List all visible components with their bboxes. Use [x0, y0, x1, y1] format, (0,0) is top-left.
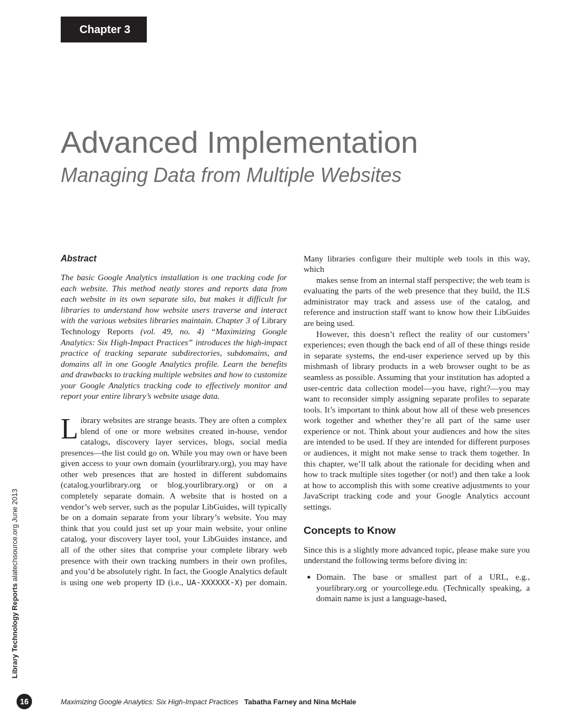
- abstract-text: The basic Google Analytics installation …: [61, 272, 287, 402]
- side-running-text: Library Technology Reports alatechsource…: [10, 489, 19, 678]
- page: Chapter 3 Advanced Implementation Managi…: [0, 0, 563, 728]
- concepts-list: Domain. The base or smallest part of a U…: [304, 571, 530, 604]
- abstract-part-2: (vol. 49, no. 4) “Maximizing Google Anal…: [61, 326, 287, 400]
- section-heading-concepts: Concepts to Know: [304, 524, 530, 537]
- abstract-heading: Abstract: [61, 253, 287, 264]
- body-paragraph-2: makes sense from an internal staff persp…: [304, 275, 530, 329]
- body-paragraph-3: However, this doesn’t reflect the realit…: [304, 329, 530, 512]
- body-p1-text: ibrary websites are strange beasts. They…: [61, 415, 287, 587]
- footer-authors: Tabatha Farney and Nina McHale: [245, 698, 357, 706]
- side-series-title: Library Technology Reports: [10, 584, 19, 678]
- footer-text: Maximizing Google Analytics: Six High-Im…: [61, 698, 356, 706]
- abstract-part-1: The basic Google Analytics installation …: [61, 272, 287, 325]
- tracking-code-sample: UA-XXXXXX-X: [187, 579, 240, 587]
- drop-cap: L: [61, 417, 81, 441]
- body-columns: Abstract The basic Google Analytics inst…: [61, 253, 530, 604]
- page-footer: 16 Maximizing Google Analytics: Six High…: [0, 698, 563, 706]
- chapter-title: Advanced Implementation: [61, 125, 530, 159]
- side-rest: alatechsource.org June 2013: [10, 489, 19, 583]
- body-paragraph-4: Since this is a slightly more advanced t…: [304, 544, 530, 566]
- chapter-subtitle: Managing Data from Multiple Websites: [61, 164, 530, 187]
- list-item: Domain. The base or smallest part of a U…: [316, 571, 530, 604]
- chapter-tag: Chapter 3: [61, 17, 147, 42]
- footer-title: Maximizing Google Analytics: Six High-Im…: [61, 698, 238, 706]
- page-number: 16: [17, 694, 32, 709]
